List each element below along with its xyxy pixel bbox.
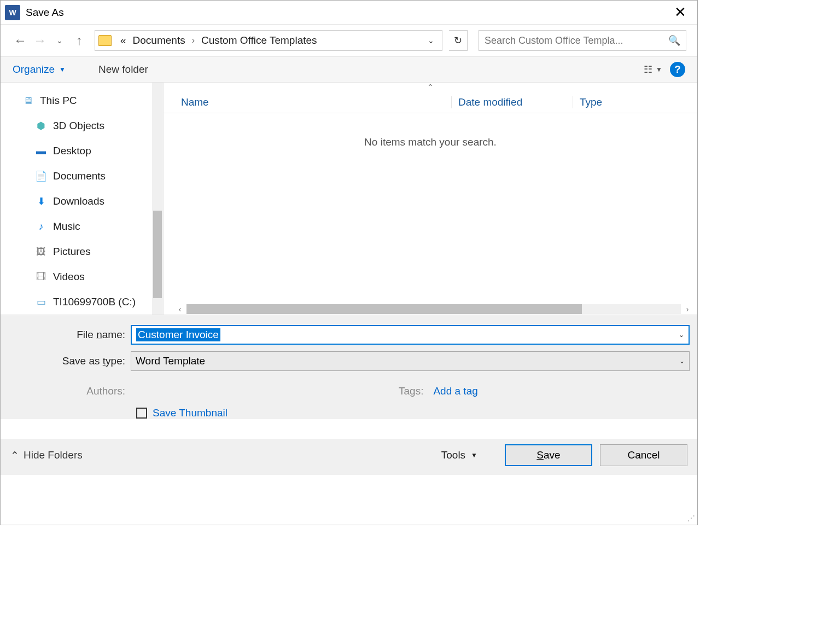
tree-desktop[interactable]: ▬ Desktop [21,138,151,164]
chevron-down-icon: ▼ [656,66,662,73]
tree-label: Music [53,220,80,233]
scroll-right-icon[interactable]: › [682,305,693,314]
music-icon: ♪ [34,220,48,233]
breadcrumb-separator: › [189,36,198,45]
tree-label: TI10699700B (C:) [53,296,136,308]
back-button[interactable]: ← [11,32,29,49]
up-button[interactable]: ↑ [71,32,88,49]
navbar: ← → ⌄ ↑ « Documents › Custom Office Temp… [1,25,697,56]
filename-value: Customer Invoice [136,328,220,341]
new-folder-button[interactable]: New folder [98,63,148,76]
breadcrumb-documents[interactable]: Documents [130,34,189,47]
picture-icon: 🖼 [34,246,48,258]
hide-folders-button[interactable]: ⌃ Hide Folders [10,449,83,462]
tree-label: Documents [53,170,106,182]
hide-folders-label: Hide Folders [24,449,83,461]
tools-dropdown[interactable]: Tools ▼ [441,449,477,461]
drive-icon: ▭ [34,296,48,308]
scroll-left-icon[interactable]: ‹ [174,305,185,314]
search-icon[interactable]: 🔍 [668,34,680,47]
word-icon: W [5,5,20,20]
chevron-down-icon: ▼ [471,451,477,459]
tree-3d-objects[interactable]: ⬢ 3D Objects [21,113,151,138]
breadcrumb-templates[interactable]: Custom Office Templates [198,34,320,47]
tree-drive-c[interactable]: ▭ TI10699700B (C:) [21,289,151,315]
address-dropdown-icon[interactable]: ⌄ [423,36,439,45]
close-button[interactable]: ✕ [668,4,693,21]
cancel-button[interactable]: Cancel [600,444,687,466]
organize-button[interactable]: Organize ▼ [13,63,66,76]
video-icon: 🎞 [34,271,48,283]
search-input[interactable] [485,35,668,47]
tree-scrollbar[interactable] [152,83,163,315]
download-icon: ⬇ [34,195,48,207]
tree-downloads[interactable]: ⬇ Downloads [21,189,151,214]
file-list: ⌃ Name Date modified Type No items match… [164,83,697,315]
toolbar: Organize ▼ New folder ☷ ▼ ? [1,56,697,83]
tree-label: 3D Objects [53,120,104,132]
forward-button[interactable]: → [31,32,49,49]
document-icon: 📄 [34,170,48,182]
tree-pictures[interactable]: 🖼 Pictures [21,239,151,264]
empty-message: No items match your search. [164,136,697,148]
saveastype-value: Word Template [136,355,205,367]
tree-label: Downloads [53,195,104,207]
tree-this-pc[interactable]: 🖥 This PC [21,88,151,113]
resize-grip-icon[interactable]: ⋰ [687,514,695,522]
refresh-button[interactable]: ↻ [449,30,468,51]
titlebar: W Save As ✕ [1,1,697,25]
folder-icon [98,35,112,46]
tree-videos[interactable]: 🎞 Videos [21,264,151,289]
saveastype-dropdown[interactable]: Word Template ⌄ [131,351,690,371]
chevron-down-icon[interactable]: ⌄ [679,357,685,365]
form-area: File name: Customer Invoice ⌄ Save as ty… [1,315,697,419]
search-box[interactable]: 🔍 [479,30,686,51]
chevron-up-icon: ⌃ [10,449,19,462]
column-name[interactable]: Name [181,96,451,108]
help-button[interactable]: ? [670,62,685,77]
save-thumbnail-checkbox[interactable] [136,408,147,419]
organize-label: Organize [13,63,55,76]
main-area: 🖥 This PC ⬢ 3D Objects ▬ Desktop 📄 Docum… [1,83,697,315]
button-row: ⌃ Hide Folders Tools ▼ Save Cancel [1,439,697,475]
tree-label: Desktop [53,145,91,157]
filename-input[interactable]: Customer Invoice ⌄ [131,325,690,345]
tree-label: Videos [53,271,85,283]
chevron-down-icon[interactable]: ⌄ [679,331,684,339]
tags-label: Tags: [399,385,423,397]
saveastype-label: Save as type: [8,355,131,367]
cube-icon: ⬢ [34,120,48,132]
desktop-icon: ▬ [34,145,48,157]
address-bar[interactable]: « Documents › Custom Office Templates ⌄ [95,30,442,51]
authors-label: Authors: [8,385,131,397]
monitor-icon: 🖥 [21,95,34,107]
column-date-modified[interactable]: Date modified [451,96,573,108]
filename-label: File name: [8,329,131,341]
save-as-dialog: W Save As ✕ ← → ⌄ ↑ « Documents › Custom… [0,0,698,525]
nav-tree: 🖥 This PC ⬢ 3D Objects ▬ Desktop 📄 Docum… [1,83,164,315]
view-options-button[interactable]: ☷ ▼ [644,63,662,76]
collapse-caret-icon[interactable]: ⌃ [164,83,697,91]
add-tag-link[interactable]: Add a tag [433,385,477,397]
chevron-down-icon: ▼ [59,66,66,73]
scrollbar-thumb[interactable] [186,304,582,314]
breadcrumb-prefix: « [117,34,130,47]
tree-label: Pictures [53,246,91,258]
save-button[interactable]: Save [505,444,592,466]
horizontal-scrollbar[interactable]: ‹ › [174,304,693,315]
column-headers: Name Date modified Type [164,91,697,113]
tools-label: Tools [441,449,465,461]
scrollbar-track[interactable] [186,304,681,314]
column-type[interactable]: Type [573,96,602,108]
tree-documents[interactable]: 📄 Documents [21,164,151,189]
recent-dropdown[interactable]: ⌄ [51,32,68,49]
dialog-title: Save As [26,7,64,19]
tree-label: This PC [40,95,77,107]
tree-music[interactable]: ♪ Music [21,214,151,239]
save-thumbnail-label[interactable]: Save Thumbnail [153,407,228,419]
view-icon: ☷ [644,63,652,76]
scrollbar-thumb[interactable] [153,211,162,298]
